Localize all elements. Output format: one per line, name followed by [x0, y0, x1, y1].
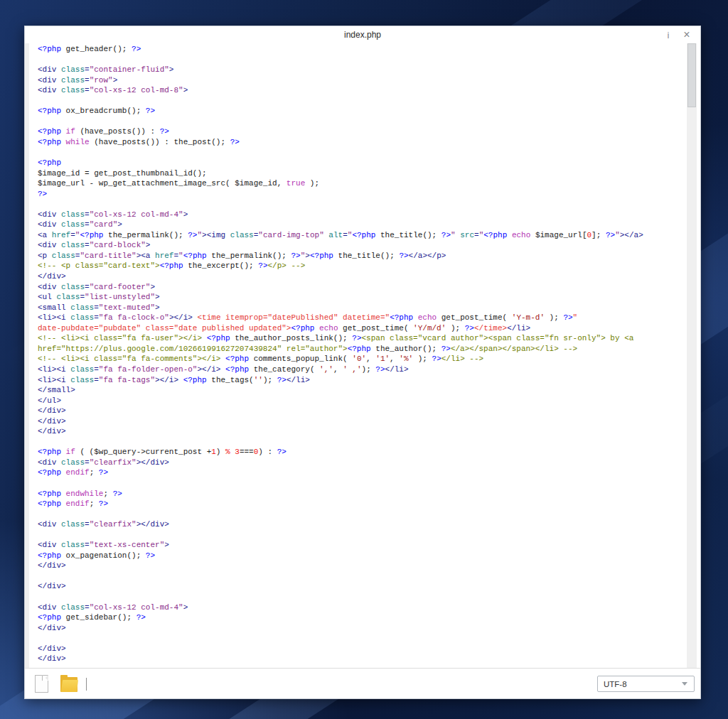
title-actions: i ×	[659, 26, 696, 43]
code-line: </div>	[38, 581, 686, 592]
code-line: <!-- <li><i class="fa fa-comments"></i> …	[38, 354, 686, 364]
close-button[interactable]: ×	[678, 26, 696, 43]
code-line: <div class="clearfix"></div>	[38, 519, 686, 530]
code-line: </div>	[38, 561, 686, 571]
code-line: <?php ox_pagenation(); ?>	[38, 551, 686, 561]
code-line	[38, 117, 686, 127]
code-line: <ul class="list-unstyled">	[38, 292, 686, 303]
vertical-scrollbar[interactable]	[687, 43, 697, 668]
code-line: <li><i class="fa fa-tags"></i> <?php the…	[38, 375, 686, 386]
code-line: <a href="<?php the_permalink(); ?>"><img…	[38, 230, 686, 241]
code-line: <div class="card-footer">	[38, 282, 686, 293]
code-line: <!-- <p class="card-text"><?php the_exce…	[38, 261, 686, 271]
code-line: <div class="container-fluid">	[38, 65, 686, 75]
status-bar: UTF-8	[25, 668, 700, 698]
editor-window: index.php i × <?php get_header(); ?> <di…	[24, 26, 701, 699]
code-line: <small class="text-muted">	[38, 303, 686, 313]
code-view[interactable]: <?php get_header(); ?> <div class="conta…	[29, 44, 686, 668]
chevron-down-icon	[682, 682, 687, 686]
code-line: <p class="card-title"><a href="<?php the…	[38, 251, 686, 261]
code-line: <div class="col-xs-12 col-md-4">	[38, 210, 686, 220]
window-title: index.php	[344, 30, 381, 40]
title-bar: index.php i ×	[25, 26, 700, 43]
code-line: <?php if ( ($wp_query->current_post +1) …	[38, 447, 686, 458]
code-line: <?php while (have_posts()) : the_post();…	[38, 137, 686, 148]
code-line: <div class="clearfix"></div>	[38, 458, 686, 468]
code-line	[38, 592, 686, 602]
code-line	[38, 571, 686, 582]
code-line: <?php ox_breadcrumb(); ?>	[38, 106, 686, 117]
code-line: </div>	[38, 406, 686, 416]
code-line	[38, 437, 686, 448]
code-line: </div>	[38, 271, 686, 282]
code-line: <div class="card">	[38, 220, 686, 230]
code-line: </div>	[38, 416, 686, 427]
code-line	[38, 147, 686, 158]
code-line: </div>	[38, 623, 686, 634]
code-line: <?php endif; ?>	[38, 467, 686, 478]
folder-icon-front	[61, 680, 78, 692]
code-line: <!-- <li><i class="fa fa-user"></i> <?ph…	[38, 333, 686, 344]
scrollbar-thumb[interactable]	[687, 43, 696, 107]
code-line	[38, 530, 686, 541]
desktop-background: index.php i × <?php get_header(); ?> <di…	[0, 0, 728, 719]
code-line: <?php get_sidebar(); ?>	[38, 612, 686, 623]
code-line: ?>	[38, 189, 686, 200]
code-line: </div>	[38, 426, 686, 437]
code-line	[38, 478, 686, 489]
code-line: <div class="col-xs-12 col-md-4">	[38, 602, 686, 613]
code-line: <div class="row">	[38, 75, 686, 86]
code-line	[38, 199, 686, 210]
caret-divider	[86, 678, 87, 691]
code-line: <?php if (have_posts()) : ?>	[38, 126, 686, 137]
code-line: href="https://plus.google.com/1026619916…	[38, 344, 686, 355]
code-line: </small>	[38, 385, 686, 396]
code-line: <div class="col-xs-12 col-md-8">	[38, 85, 686, 96]
code-line	[38, 509, 686, 520]
encoding-value: UTF-8	[598, 680, 682, 688]
folder-icon[interactable]	[60, 677, 77, 692]
close-icon: ×	[683, 29, 690, 40]
document-icon[interactable]	[35, 675, 48, 693]
code-line: <?php endwhile; ?>	[38, 489, 686, 499]
code-line: date-pubdate="pubdate" class="date publi…	[38, 323, 686, 334]
code-line: $image_url - wp_get_attachment_image_src…	[38, 178, 686, 189]
code-line: </ul>	[38, 396, 686, 406]
code-line: <?php	[38, 158, 686, 168]
code-line: <?php get_header(); ?>	[38, 44, 686, 55]
info-icon: i	[668, 30, 670, 40]
code-line: </div>	[38, 654, 686, 664]
encoding-dropdown[interactable]: UTF-8	[597, 676, 695, 692]
code-line	[38, 96, 686, 107]
code-line	[38, 633, 686, 644]
code-line: <div class="text-xs-center">	[38, 540, 686, 551]
info-button[interactable]: i	[659, 26, 678, 43]
code-line: $image_id = get_post_thumbnail_id();	[38, 168, 686, 179]
code-line: <?php endif; ?>	[38, 499, 686, 509]
editor-area: <?php get_header(); ?> <div class="conta…	[25, 43, 700, 668]
code-line: <div class="card-block">	[38, 240, 686, 251]
code-line: <li><i class="fa fa-folder-open-o"></i> …	[38, 364, 686, 375]
code-line: </div>	[38, 644, 686, 654]
code-line: <li><i class="fa fa-clock-o"></i> <time …	[38, 313, 686, 323]
code-line	[38, 55, 686, 65]
